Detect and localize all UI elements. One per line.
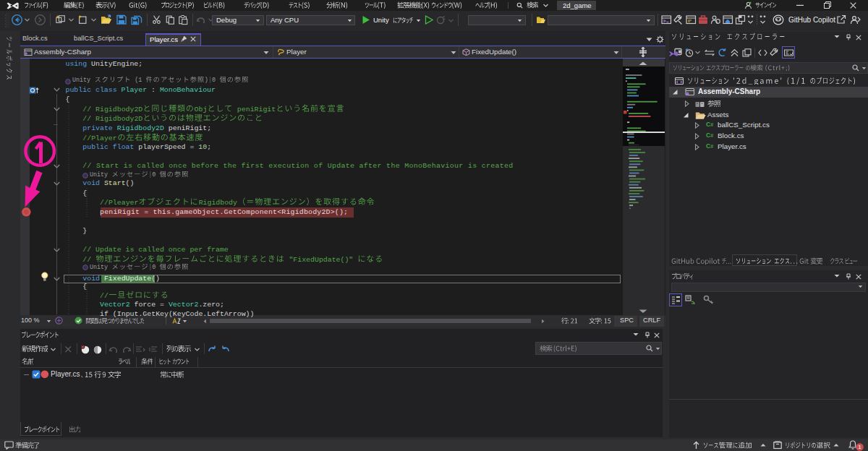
svg-text:1: 1 <box>858 444 861 450</box>
